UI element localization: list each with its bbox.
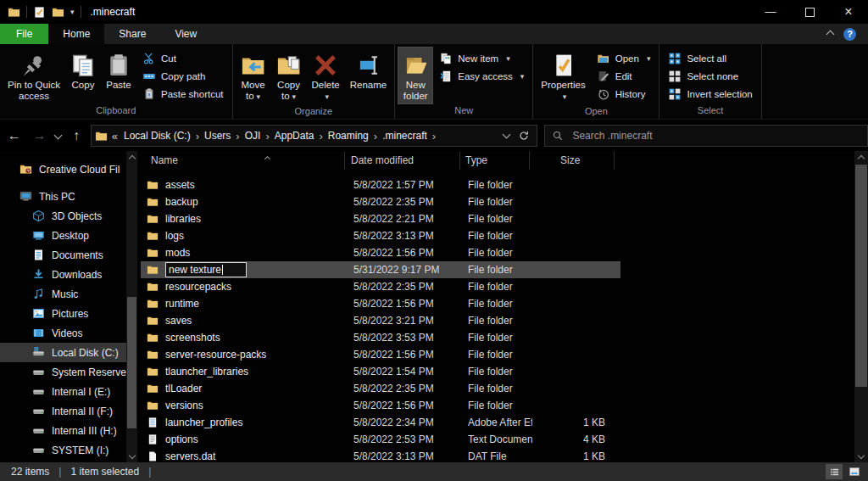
file-row-saves[interactable]: saves5/8/2022 3:21 PMFile folder [141,312,620,329]
collapse-ribbon-button[interactable] [827,28,833,40]
sidebar-item-videos[interactable]: Videos [0,323,126,343]
sidebar-scrollbar-thumb[interactable] [127,297,136,428]
minimize-button[interactable]: — [751,0,790,24]
paste-button[interactable]: Paste [101,47,136,93]
file-row-server-resource-packs[interactable]: server-resource-packs5/8/2022 1:56 PMFil… [141,346,620,363]
sidebar-item-internal-ii-f[interactable]: Internal II (F:) [0,401,126,421]
file-row-options[interactable]: options5/8/2022 2:53 PMText Document4 KB [141,431,620,448]
file-list-scrollbar[interactable] [854,151,868,462]
list-scrollbar-thumb[interactable] [855,165,867,387]
select-none-button[interactable]: Select none [662,67,758,85]
breadcrumb-overflow-icon[interactable]: « [108,130,120,143]
list-scroll-up-button[interactable] [854,151,868,164]
address-bar[interactable]: « Local Disk (C:)›Users›OJI›AppData›Roam… [91,125,538,147]
move-to-button[interactable]: Moveto▾ [236,47,271,105]
tab-home[interactable]: Home [48,24,104,44]
file-row-logs[interactable]: logs5/8/2022 3:13 PMFile folder [141,227,620,244]
help-button[interactable]: ? [843,28,856,41]
address-dropdown-button[interactable] [504,130,509,142]
tab-view[interactable]: View [160,24,211,44]
sidebar-item-pictures[interactable]: Pictures [0,304,126,323]
downloads-icon [32,268,45,281]
edit-button[interactable]: Edit [591,67,657,85]
file-row-tlloader[interactable]: tlLoader5/8/2022 2:35 PMFile folder [141,380,620,397]
close-button[interactable]: × [829,0,868,24]
easy-access-button[interactable]: Easy access▾ [433,67,530,85]
sidebar-item-system-i[interactable]: SYSTEM (I:) [0,440,126,460]
new-folder-button[interactable]: Newfolder [398,47,433,104]
file-type: File folder [463,281,532,293]
file-row-launcher-profiles[interactable]: launcher_profiles5/8/2022 2:34 PMAdobe A… [141,414,620,431]
maximize-button[interactable] [790,0,829,24]
breadcrumb-item-appdata[interactable]: AppData [271,130,318,142]
qat-properties-icon[interactable] [33,6,46,19]
delete-button[interactable]: Delete▾ [307,47,345,105]
sidebar-item-3d-objects[interactable]: 3D Objects [0,206,126,226]
sidebar-scroll-down-button[interactable] [126,450,137,462]
file-list: assets5/8/2022 1:57 PMFile folderbackup5… [138,170,868,462]
column-header-size[interactable]: Size [530,151,615,170]
sidebar-item-creative-cloud-fil[interactable]: Creative Cloud Fil [0,159,126,179]
cut-button[interactable]: Cut [136,49,230,67]
rename-input[interactable]: new texture [165,262,247,277]
open-button[interactable]: Open▾ [591,49,657,67]
sidebar-item-music[interactable]: Music [0,284,126,304]
details-view-button[interactable] [826,464,843,479]
up-button[interactable]: ↑ [65,125,87,147]
ribbon-group-organize: Moveto▾Copyto▾Delete▾RenameOrganize [233,44,396,119]
breadcrumb-item-users[interactable]: Users [201,130,234,142]
breadcrumb-item-roaming[interactable]: Roaming [325,130,372,142]
file-row-runtime[interactable]: runtime5/8/2022 1:56 PMFile folder [141,295,620,312]
file-row-servers-dat[interactable]: servers.dat5/8/2022 3:13 PMDAT File1 KB [141,448,620,462]
sidebar-item-local-disk-c[interactable]: Local Disk (C:) [0,343,126,362]
sidebar-item-downloads[interactable]: Downloads [0,265,126,284]
search-box[interactable] [544,125,868,147]
file-row-mods[interactable]: mods5/8/2022 1:56 PMFile folder [141,244,620,261]
new-item-button[interactable]: New item▾ [433,49,530,67]
invert-selection-button[interactable]: Invert selection [662,85,758,103]
file-row-tlauncher-libraries[interactable]: tlauncher_libraries5/8/2022 1:54 PMFile … [141,363,620,380]
refresh-button[interactable] [518,130,530,142]
tab-file[interactable]: File [0,24,48,44]
search-input[interactable] [570,129,860,143]
sidebar-item-this-pc[interactable]: This PC [0,187,126,206]
file-row-resourcepacks[interactable]: resourcepacks5/8/2022 2:35 PMFile folder [141,278,620,295]
sidebar-item-internal-iii-h[interactable]: Internal III (H:) [0,421,126,440]
tab-share[interactable]: Share [104,24,160,44]
pin-to-quick-access-button[interactable]: Pin to Quickaccess [3,47,65,104]
copy-path-button[interactable]: Copy path [136,67,230,85]
column-header-name[interactable]: Name [138,151,345,170]
breadcrumb-item-minecraft[interactable]: .minecraft [379,130,431,142]
sidebar-scrollbar[interactable] [126,151,137,462]
sidebar-item-documents[interactable]: Documents [0,245,126,265]
paste-shortcut-button[interactable]: Paste shortcut [136,85,230,103]
file-row-new-texture[interactable]: new texture5/31/2022 9:17 PMFile folder [141,261,620,278]
sidebar-item-system-reserved[interactable]: System Reserved [0,362,126,382]
copy-button[interactable]: Copy [65,47,101,93]
select-all-button[interactable]: Select all [662,49,758,67]
breadcrumb-item-local-disk-c[interactable]: Local Disk (C:) [120,130,194,142]
back-button[interactable]: ← [0,125,29,147]
sidebar-item-desktop[interactable]: Desktop [0,226,126,245]
column-headers: NameDate modifiedTypeSize [138,151,868,170]
qat-folder-icon[interactable] [52,6,64,19]
column-header-date-modified[interactable]: Date modified [345,151,460,170]
list-scroll-down-button[interactable] [854,450,868,462]
breadcrumb-item-oji[interactable]: OJI [242,130,264,142]
sidebar-scroll-up-button[interactable] [126,151,137,164]
file-row-backup[interactable]: backup5/8/2022 2:35 PMFile folder [141,193,620,210]
forward-button[interactable]: → [29,125,51,147]
history-button[interactable]: History [591,85,657,103]
file-row-screenshots[interactable]: screenshots5/8/2022 3:53 PMFile folder [141,329,620,346]
copy-to-button[interactable]: Copyto▾ [271,47,307,105]
file-row-versions[interactable]: versions5/8/2022 1:56 PMFile folder [141,397,620,414]
file-row-libraries[interactable]: libraries5/8/2022 2:21 PMFile folder [141,210,620,227]
recent-locations-button[interactable] [50,125,65,147]
rename-button[interactable]: Rename [345,47,392,93]
properties-button[interactable]: Properties▾ [536,47,590,105]
column-header-type[interactable]: Type [460,151,530,170]
thumbnail-view-button[interactable] [846,464,863,479]
qat-customize-chevron-icon[interactable]: ▾ [70,8,75,16]
sidebar-item-internal-i-e[interactable]: Internal I (E:) [0,382,126,401]
file-row-assets[interactable]: assets5/8/2022 1:57 PMFile folder [141,176,620,193]
